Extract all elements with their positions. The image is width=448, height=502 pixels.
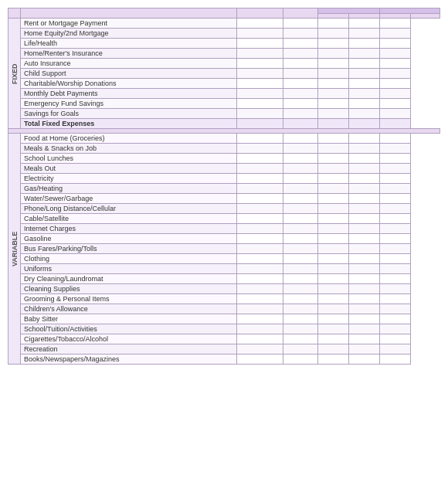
data-cell[interactable] (318, 254, 349, 264)
data-cell[interactable] (349, 174, 380, 184)
data-cell[interactable] (349, 164, 380, 174)
data-cell[interactable] (237, 264, 283, 274)
data-cell[interactable] (237, 59, 283, 69)
data-cell[interactable] (283, 79, 318, 89)
data-cell[interactable] (237, 89, 283, 99)
data-cell[interactable] (380, 174, 411, 184)
data-cell[interactable] (318, 234, 349, 244)
data-cell[interactable] (318, 304, 349, 314)
data-cell[interactable] (283, 184, 318, 194)
data-cell[interactable] (318, 174, 349, 184)
data-cell[interactable] (380, 164, 411, 174)
data-cell[interactable] (349, 29, 380, 39)
data-cell[interactable] (349, 99, 380, 109)
data-cell[interactable] (349, 304, 380, 314)
data-cell[interactable] (349, 89, 380, 99)
data-cell[interactable] (318, 334, 349, 344)
data-cell[interactable] (380, 69, 411, 79)
data-cell[interactable] (237, 294, 283, 304)
data-cell[interactable] (380, 314, 411, 324)
data-cell[interactable] (283, 264, 318, 274)
data-cell[interactable] (283, 89, 318, 99)
data-cell[interactable] (237, 119, 283, 129)
data-cell[interactable] (349, 184, 380, 194)
data-cell[interactable] (318, 39, 349, 49)
data-cell[interactable] (349, 324, 380, 334)
data-cell[interactable] (349, 354, 380, 365)
data-cell[interactable] (349, 284, 380, 294)
data-cell[interactable] (237, 234, 283, 244)
data-cell[interactable] (380, 234, 411, 244)
data-cell[interactable] (380, 254, 411, 264)
data-cell[interactable] (380, 334, 411, 344)
data-cell[interactable] (349, 119, 380, 129)
data-cell[interactable] (318, 69, 349, 79)
data-cell[interactable] (349, 204, 380, 214)
data-cell[interactable] (237, 19, 283, 29)
data-cell[interactable] (283, 194, 318, 204)
data-cell[interactable] (283, 69, 318, 79)
data-cell[interactable] (318, 314, 349, 324)
data-cell[interactable] (283, 174, 318, 184)
data-cell[interactable] (318, 99, 349, 109)
data-cell[interactable] (283, 284, 318, 294)
data-cell[interactable] (237, 29, 283, 39)
data-cell[interactable] (349, 264, 380, 274)
data-cell[interactable] (380, 49, 411, 59)
data-cell[interactable] (349, 234, 380, 244)
data-cell[interactable] (349, 69, 380, 79)
data-cell[interactable] (318, 214, 349, 224)
data-cell[interactable] (380, 134, 411, 144)
data-cell[interactable] (283, 49, 318, 59)
data-cell[interactable] (283, 234, 318, 244)
data-cell[interactable] (349, 154, 380, 164)
data-cell[interactable] (283, 324, 318, 334)
data-cell[interactable] (349, 314, 380, 324)
data-cell[interactable] (349, 19, 380, 29)
data-cell[interactable] (318, 119, 349, 129)
data-cell[interactable] (283, 244, 318, 254)
data-cell[interactable] (283, 134, 318, 144)
data-cell[interactable] (380, 214, 411, 224)
data-cell[interactable] (283, 334, 318, 344)
data-cell[interactable] (380, 99, 411, 109)
data-cell[interactable] (318, 109, 349, 119)
data-cell[interactable] (349, 294, 380, 304)
data-cell[interactable] (283, 344, 318, 354)
data-cell[interactable] (283, 119, 318, 129)
data-cell[interactable] (283, 109, 318, 119)
data-cell[interactable] (237, 244, 283, 254)
data-cell[interactable] (380, 109, 411, 119)
data-cell[interactable] (237, 254, 283, 264)
data-cell[interactable] (283, 354, 318, 365)
data-cell[interactable] (380, 154, 411, 164)
data-cell[interactable] (318, 164, 349, 174)
data-cell[interactable] (237, 324, 283, 334)
data-cell[interactable] (237, 194, 283, 204)
data-cell[interactable] (283, 304, 318, 314)
data-cell[interactable] (237, 99, 283, 109)
data-cell[interactable] (349, 194, 380, 204)
data-cell[interactable] (283, 294, 318, 304)
data-cell[interactable] (237, 184, 283, 194)
data-cell[interactable] (349, 49, 380, 59)
data-cell[interactable] (318, 294, 349, 304)
data-cell[interactable] (380, 324, 411, 334)
data-cell[interactable] (380, 304, 411, 314)
data-cell[interactable] (237, 344, 283, 354)
data-cell[interactable] (237, 224, 283, 234)
data-cell[interactable] (237, 49, 283, 59)
data-cell[interactable] (318, 284, 349, 294)
data-cell[interactable] (349, 244, 380, 254)
data-cell[interactable] (283, 274, 318, 284)
data-cell[interactable] (318, 49, 349, 59)
data-cell[interactable] (283, 59, 318, 69)
data-cell[interactable] (318, 354, 349, 365)
data-cell[interactable] (237, 304, 283, 314)
data-cell[interactable] (318, 144, 349, 154)
data-cell[interactable] (380, 59, 411, 69)
data-cell[interactable] (237, 284, 283, 294)
data-cell[interactable] (380, 89, 411, 99)
data-cell[interactable] (380, 264, 411, 274)
data-cell[interactable] (283, 39, 318, 49)
